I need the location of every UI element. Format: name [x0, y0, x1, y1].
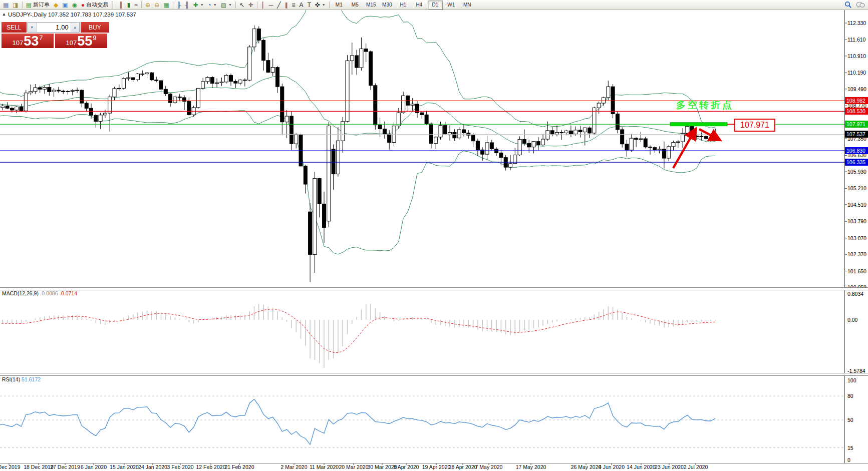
ask-pip: 9 [93, 34, 96, 42]
price-tick-label: 105.210 [847, 185, 866, 191]
date-tick-label: 26 May 2020 [571, 464, 602, 470]
price-badge: 107.537 [845, 131, 868, 138]
date-tick-label: 12 Feb 2020 [196, 464, 226, 470]
date-tick-label: 28 Apr 2020 [449, 464, 477, 470]
price-tag-label: 107.971 [734, 119, 775, 132]
date-tick-label: 2 Mar 2020 [280, 464, 307, 470]
date-tick-label: 4 Jun 2020 [599, 464, 625, 470]
price-tick-label: 0.8034 [847, 291, 863, 297]
buy-button[interactable]: BUY [81, 22, 109, 33]
price-tick-label: 105.930 [847, 169, 866, 175]
price-tick-label: 112.330 [847, 20, 866, 26]
date-tick-label: Dec 2019 [0, 464, 20, 470]
price-badge: 108.530 [845, 108, 868, 115]
bid-pip: 7 [39, 34, 43, 42]
price-badge: 107.971 [845, 121, 868, 128]
bid-big: 53 [24, 35, 39, 48]
price-tick-label: 104.510 [847, 202, 866, 208]
bid-price-button[interactable]: 107 53 7 [2, 34, 54, 48]
price-tick-label: 111.610 [847, 37, 865, 43]
date-tick-label: 23 Jun 2020 [655, 464, 684, 470]
macd-main-value: -0.0086 [40, 290, 58, 296]
date-tick-label: 3 Feb 2020 [167, 464, 193, 470]
date-tick-label: 18 Dec 2019 [24, 464, 54, 470]
ask-prefix: 107 [66, 39, 77, 47]
mt4-window: ▦◨▤新订单◆▣◉●自动交易║▮≈⊕⊖▦╟╢✚▼◔▼▨▼↖✛│─╱∥≡AT✜▼M… [0, 0, 868, 471]
price-tick-label: 101.650 [847, 268, 866, 274]
macd-signal-value: -0.0714 [59, 290, 77, 296]
price-tick-label: 103.070 [847, 235, 866, 241]
date-tick-label: 30 Mar 2020 [368, 464, 397, 470]
rsi-label: RSI(14) 51.6172 [2, 376, 41, 382]
date-tick-label: 15 Jan 2020 [110, 464, 139, 470]
price-badge: 108.982 [845, 97, 868, 104]
chart-title: ▲USDJPY-,Daily 107.352 107.783 107.239 1… [2, 12, 136, 18]
date-tick-label: 11 Mar 2020 [310, 464, 339, 470]
date-tick-label: 20 Mar 2020 [339, 464, 369, 470]
price-axis-border [844, 10, 845, 463]
date-tick-label: 17 May 2020 [516, 464, 546, 470]
chart-canvas[interactable] [0, 0, 868, 471]
price-tick-label: 100 [847, 377, 856, 383]
volume-down-button[interactable]: ▼ [28, 23, 37, 32]
date-tick-label: 14 Jun 2020 [627, 464, 656, 470]
date-tick-label: 7 May 2020 [475, 464, 503, 470]
price-tick-label: 110.910 [847, 53, 866, 59]
date-tick-label: 6 Jan 2020 [81, 464, 107, 470]
bid-prefix: 107 [13, 39, 24, 47]
volume-input[interactable] [37, 23, 71, 32]
rsi-value: 51.6172 [22, 376, 41, 382]
price-badge: 106.830 [845, 147, 868, 154]
date-tick-label: 24 Jan 2020 [138, 464, 167, 470]
date-tick-label: 21 Feb 2020 [225, 464, 254, 470]
price-tick-label: 102.370 [847, 251, 866, 257]
price-tick-label: 80 [847, 393, 853, 399]
panel-separator-macd[interactable] [0, 287, 868, 290]
volume-up-button[interactable]: ▲ [71, 23, 79, 32]
date-tick-label: 8 Apr 2020 [394, 464, 419, 470]
turning-point-annotation: 多空转折点 [676, 99, 734, 112]
ask-price-button[interactable]: 107 55 9 [55, 34, 107, 48]
price-badge: 106.335 [845, 159, 868, 166]
price-tick-label: 15 [847, 445, 853, 451]
sell-button[interactable]: SELL [2, 22, 27, 33]
chart-title-text: USDJPY-,Daily 107.352 107.783 107.239 10… [8, 12, 136, 18]
price-tick-label: 50 [847, 417, 853, 423]
price-tick-label: 0.00 [847, 317, 857, 323]
ask-big: 55 [77, 35, 92, 48]
price-tick-label: 0 [847, 457, 850, 463]
date-tick-label: 2 Jul 2020 [684, 464, 708, 470]
macd-label: MACD(12,26,9) -0.0086 -0.0714 [2, 290, 77, 296]
panel-separator-rsi[interactable] [0, 373, 868, 376]
one-click-trading-panel: SELL ▼ ▲ BUY 107 53 7 107 55 9 [2, 22, 109, 48]
date-tick-label: 19 Apr 2020 [422, 464, 451, 470]
price-tick-label: 109.490 [847, 86, 866, 92]
price-tick-label: 103.790 [847, 218, 866, 224]
price-tick-label: 110.190 [847, 70, 866, 76]
date-tick-label: 27 Dec 2019 [50, 464, 80, 470]
date-axis-separator [0, 463, 868, 463]
window-marker-icon: ▲ [2, 12, 6, 17]
